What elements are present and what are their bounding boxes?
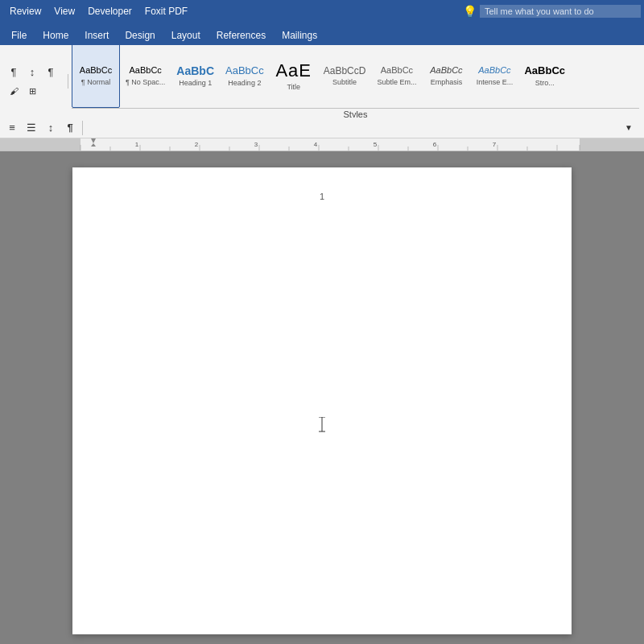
style-normal-label: ¶ Normal bbox=[81, 78, 110, 86]
svg-text:2: 2 bbox=[195, 141, 199, 148]
search-input[interactable] bbox=[480, 5, 641, 18]
app-window: Review View Developer Foxit PDF 💡 File H… bbox=[0, 0, 644, 644]
menu-item-review[interactable]: Review bbox=[3, 2, 47, 20]
style-normal[interactable]: AaBbCc ¶ Normal bbox=[72, 45, 120, 108]
svg-rect-0 bbox=[0, 138, 80, 151]
tab-home[interactable]: Home bbox=[35, 26, 76, 45]
style-h1-preview: AaBbC bbox=[176, 64, 214, 78]
text-cursor bbox=[316, 417, 328, 433]
tab-references[interactable]: References bbox=[208, 26, 274, 45]
align-left-btn[interactable]: ≡ bbox=[3, 119, 21, 137]
page-number: 1 bbox=[320, 192, 324, 201]
style-strong[interactable]: AaBbCc Stro... bbox=[518, 45, 571, 108]
document-page[interactable]: 1 bbox=[72, 167, 572, 634]
tab-design[interactable]: Design bbox=[117, 26, 163, 45]
menu-item-foxit[interactable]: Foxit PDF bbox=[138, 2, 194, 20]
style-strong-label: Stro... bbox=[535, 79, 555, 87]
style-normal-preview: AaBbCc bbox=[80, 65, 112, 76]
lightbulb-icon: 💡 bbox=[463, 5, 477, 18]
svg-text:3: 3 bbox=[254, 141, 258, 148]
paragraph-group: ¶ ↕ ¶ 🖌 ⊞ bbox=[5, 63, 60, 100]
menu-item-view[interactable]: View bbox=[47, 2, 81, 20]
style-heading1[interactable]: AaBbC Heading 1 bbox=[171, 45, 220, 108]
style-title-preview: AaE bbox=[275, 60, 312, 81]
svg-rect-1 bbox=[580, 138, 644, 151]
styles-gallery: AaBbCc ¶ Normal AaBbCc ¶ No Spac... AaBb… bbox=[72, 45, 639, 108]
svg-text:1: 1 bbox=[135, 141, 139, 148]
style-h1-label: Heading 1 bbox=[179, 79, 212, 87]
style-subtle-em-preview: AaBbCc bbox=[381, 65, 413, 76]
style-intense-em-preview: AaBbCc bbox=[478, 65, 510, 76]
style-title-label: Title bbox=[287, 83, 300, 91]
styles-container: AaBbCc ¶ Normal AaBbCc ¶ No Spac... AaBb… bbox=[72, 45, 639, 118]
style-h2-label: Heading 2 bbox=[228, 79, 261, 87]
svg-text:5: 5 bbox=[374, 141, 378, 148]
sep-toolbar bbox=[82, 121, 83, 135]
svg-text:6: 6 bbox=[433, 141, 437, 148]
styles-section-label: Styles bbox=[72, 108, 639, 118]
tab-file[interactable]: File bbox=[3, 26, 35, 45]
style-intense-emphasis[interactable]: AaBbCc Intense E... bbox=[470, 45, 518, 108]
svg-text:7: 7 bbox=[493, 141, 497, 148]
style-heading2[interactable]: AaBbCc Heading 2 bbox=[220, 45, 270, 108]
style-emphasis[interactable]: AaBbCc Emphasis bbox=[422, 45, 470, 108]
formatting-toolbar: ≡ ☰ ↕ ¶ ▼ bbox=[0, 118, 644, 138]
style-subtle-em-label: Subtle Em... bbox=[377, 78, 416, 86]
expand-btn[interactable]: ▼ bbox=[620, 119, 638, 137]
ruler: 1 2 3 4 5 6 7 bbox=[0, 138, 644, 151]
menu-item-developer[interactable]: Developer bbox=[81, 2, 138, 20]
style-h2-preview: AaBbCc bbox=[225, 64, 264, 77]
show-hide-btn[interactable]: ¶ bbox=[42, 63, 60, 80]
ruler-svg: 1 2 3 4 5 6 7 bbox=[0, 138, 644, 151]
separator-1 bbox=[68, 74, 68, 89]
style-subtitle-label: Subtitle bbox=[332, 78, 357, 86]
pilcrow-btn[interactable]: ¶ bbox=[61, 119, 79, 137]
tab-mailings[interactable]: Mailings bbox=[274, 26, 325, 45]
ribbon-tabs: File Home Insert Design Layout Reference… bbox=[0, 23, 644, 45]
style-subtitle[interactable]: AaBbCcD Subtitle bbox=[318, 45, 372, 108]
svg-rect-2 bbox=[80, 138, 580, 151]
style-subtitle-preview: AaBbCcD bbox=[324, 65, 366, 76]
ribbon-content: ¶ ↕ ¶ 🖌 ⊞ AaBbCc ¶ Normal AaBbCc ¶ No Sp… bbox=[0, 45, 644, 118]
svg-text:4: 4 bbox=[314, 141, 318, 148]
document-area[interactable]: 1 bbox=[0, 151, 644, 644]
sort-btn[interactable]: ↕ bbox=[23, 63, 41, 80]
tab-layout[interactable]: Layout bbox=[163, 26, 208, 45]
style-title[interactable]: AaE Title bbox=[270, 45, 318, 108]
align-center-btn[interactable]: ☰ bbox=[23, 119, 40, 137]
style-no-spacing[interactable]: AaBbCc ¶ No Spac... bbox=[120, 45, 171, 108]
style-subtle-emphasis[interactable]: AaBbCc Subtle Em... bbox=[371, 45, 422, 108]
style-intense-em-label: Intense E... bbox=[477, 78, 514, 86]
cursor-svg bbox=[316, 417, 328, 433]
styles-section-bottom: Styles bbox=[72, 108, 639, 118]
style-emphasis-label: Emphasis bbox=[431, 78, 463, 86]
tab-insert[interactable]: Insert bbox=[76, 26, 117, 45]
menu-bar: Review View Developer Foxit PDF 💡 bbox=[0, 0, 644, 23]
style-emphasis-preview: AaBbCc bbox=[430, 65, 462, 76]
style-nospace-preview: AaBbCc bbox=[130, 65, 162, 76]
style-strong-preview: AaBbCc bbox=[524, 64, 565, 77]
paint-format-btn[interactable]: 🖌 bbox=[5, 82, 23, 100]
style-nospace-label: ¶ No Spac... bbox=[126, 78, 165, 86]
sort-toolbar-btn[interactable]: ↕ bbox=[42, 119, 60, 137]
paragraph-mark-btn[interactable]: ¶ bbox=[5, 63, 23, 80]
grid-btn[interactable]: ⊞ bbox=[23, 82, 41, 100]
